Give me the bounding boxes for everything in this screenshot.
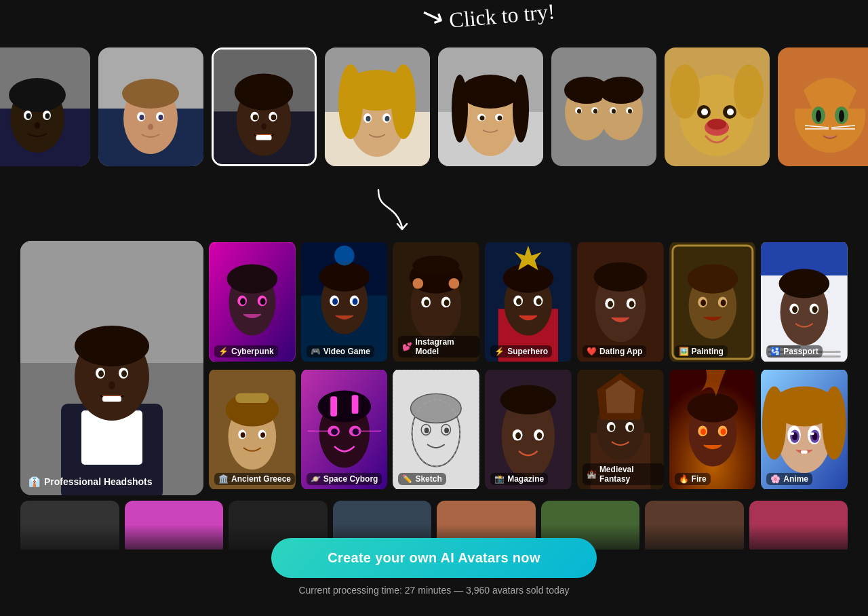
grid-item-instagram[interactable]: 💕 Instagram Model (393, 241, 479, 363)
grid-item-cyberpunk[interactable]: ⚡ Cyberpunk (209, 241, 296, 363)
svg-rect-94 (102, 396, 121, 402)
svg-point-6 (26, 113, 31, 119)
grid-icon-fire: 🔥 (679, 474, 689, 484)
svg-point-42 (452, 75, 468, 142)
svg-point-185 (425, 427, 429, 433)
svg-point-175 (331, 428, 338, 435)
svg-point-118 (425, 299, 430, 306)
svg-point-142 (687, 264, 738, 293)
avatar-asian-pair[interactable] (551, 47, 656, 166)
arrow-down-section (0, 187, 868, 241)
arrow-down-curved-icon (365, 183, 419, 237)
grid-label-anime: 🌸 Anime (766, 473, 812, 485)
svg-point-130 (536, 298, 542, 305)
svg-point-129 (516, 298, 521, 305)
grid-item-painting[interactable]: 🖼️ Painting (669, 241, 756, 363)
svg-point-193 (515, 432, 521, 439)
grid-icon-ancient: 🏛️ (218, 474, 229, 484)
svg-point-182 (411, 393, 462, 423)
svg-point-190 (500, 385, 557, 414)
svg-point-107 (319, 262, 370, 291)
svg-point-150 (779, 269, 830, 298)
grid-item-sketch[interactable]: ✏️ Sketch (393, 368, 479, 490)
svg-point-218 (823, 386, 846, 459)
pro-headshot-label: 👔 Professional Headshots (28, 476, 153, 487)
pro-headshot-icon: 👔 (28, 476, 40, 487)
grid-item-videogame[interactable]: 🎮 Video Game (301, 241, 388, 363)
grid-item-fire[interactable]: 🔥 Fire (669, 368, 756, 490)
cta-section: Create your own AI Avatars now Current p… (0, 524, 868, 616)
grid-item-pro-headshot[interactable]: 👔 Professional Headshots (20, 241, 203, 495)
pro-headshot-face-svg (20, 241, 203, 495)
svg-point-166 (260, 432, 265, 438)
grid-item-ancient[interactable]: 🏛️ Ancient Greece (209, 368, 296, 490)
svg-point-111 (352, 298, 357, 305)
svg-rect-171 (330, 396, 337, 416)
page-container: ↙ Click to try! (0, 0, 868, 550)
grid-label-passport: 🛂 Passport (766, 345, 822, 358)
grid-label-dating: ❤️ Dating App (583, 345, 647, 358)
svg-point-36 (366, 116, 371, 121)
svg-point-186 (445, 427, 450, 433)
click-to-try-text: Click to try! (448, 0, 556, 33)
svg-point-17 (148, 124, 153, 130)
svg-point-37 (385, 116, 390, 121)
svg-point-67 (701, 109, 708, 115)
avatar-black-woman-smile[interactable] (212, 47, 317, 166)
avatar-dog[interactable] (665, 47, 770, 166)
svg-point-93 (108, 381, 115, 389)
avatar-asian-woman[interactable] (438, 47, 543, 166)
grid-icon-sketch: ✏️ (402, 474, 412, 484)
svg-point-138 (629, 301, 635, 307)
grid-icon-videogame: 🎮 (311, 347, 321, 356)
svg-point-21 (235, 74, 294, 111)
create-avatars-button[interactable]: Create your own AI Avatars now (271, 538, 597, 578)
grid-item-space-cyborg[interactable]: 🪐 Space Cyborg (301, 368, 388, 490)
svg-point-208 (687, 393, 738, 422)
svg-rect-172 (351, 395, 358, 414)
click-to-try-annotation: ↙ Click to try! (420, 0, 555, 31)
grid-label-space-cyborg: 🪐 Space Cyborg (307, 473, 382, 485)
grid-label-videogame: 🎮 Video Game (307, 345, 374, 358)
grid-item-passport[interactable]: 🛂 Passport (761, 241, 848, 363)
svg-point-25 (271, 115, 277, 121)
svg-point-225 (791, 432, 795, 435)
svg-point-112 (334, 245, 354, 265)
avatar-black-man[interactable] (0, 47, 90, 166)
grid-icon-anime: 🌸 (770, 474, 781, 484)
grid-item-anime[interactable]: 🌸 Anime (761, 368, 848, 490)
grid-label-medieval: 🏰 Medieval Fantasy (583, 463, 664, 485)
grid-icon-passport: 🛂 (770, 347, 781, 356)
svg-point-46 (480, 116, 485, 121)
svg-point-3 (9, 78, 66, 112)
grid-label-instagram: 💕 Instagram Model (398, 336, 479, 358)
svg-point-126 (503, 263, 554, 292)
processing-text: Current processing time: 27 minutes — 3,… (298, 585, 569, 596)
grid-item-magazine[interactable]: 📸 Magazine (485, 368, 572, 490)
avatar-blonde-woman[interactable] (325, 47, 430, 166)
avatar-cat[interactable] (778, 47, 868, 166)
svg-point-64 (734, 64, 764, 119)
svg-rect-179 (393, 370, 479, 490)
svg-point-59 (612, 109, 616, 114)
svg-point-121 (413, 278, 424, 289)
svg-point-88 (75, 326, 149, 366)
svg-point-60 (628, 109, 632, 114)
svg-point-194 (537, 432, 542, 439)
grid-item-dating[interactable]: ❤️ Dating App (577, 241, 664, 363)
avatars-row (0, 14, 868, 180)
svg-point-53 (577, 109, 581, 114)
svg-point-110 (332, 298, 338, 305)
svg-point-176 (352, 428, 359, 435)
svg-point-217 (762, 386, 786, 459)
svg-point-102 (260, 298, 266, 305)
svg-point-12 (122, 79, 179, 109)
svg-point-78 (839, 110, 844, 122)
svg-point-170 (317, 390, 371, 422)
grid-item-medieval[interactable]: 🏰 Medieval Fantasy (577, 368, 664, 490)
svg-point-101 (240, 298, 245, 305)
avatar-white-man[interactable] (98, 47, 203, 166)
grid-label-painting: 🖼️ Painting (675, 345, 728, 358)
grid-icon-painting: 🖼️ (679, 347, 689, 356)
grid-item-superhero[interactable]: ⚡ Superhero (485, 241, 572, 363)
